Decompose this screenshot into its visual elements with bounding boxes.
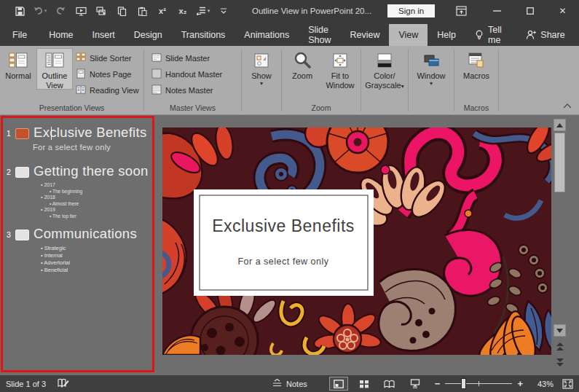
subscript-icon[interactable]: x₂	[173, 3, 192, 19]
undo-icon[interactable]: ▾	[31, 3, 50, 19]
outline-bullet[interactable]: The beginning	[50, 189, 152, 195]
title-bar: ▾ x² x₂ ▾ Outline View in PowerPoint 20.…	[0, 0, 579, 22]
handout-master-button[interactable]: Handout Master	[149, 66, 225, 82]
normal-view-label: Normal	[5, 71, 31, 81]
outline-bullet[interactable]: 2019	[41, 207, 152, 213]
group-macros: Macros Macros	[454, 46, 498, 114]
tab-help[interactable]: Help	[428, 24, 465, 46]
notes-master-icon	[151, 85, 162, 96]
slide-icon[interactable]	[15, 167, 29, 178]
slide-title-box[interactable]: Exclusive Benefits For a select few only	[194, 189, 374, 296]
spell-check-icon[interactable]	[58, 378, 69, 390]
outline-bullet[interactable]: Almost there	[50, 201, 152, 208]
tab-insert[interactable]: Insert	[83, 24, 125, 46]
zoom-in-icon[interactable]: +	[517, 378, 523, 389]
window-dropdown-icon: ▾	[430, 81, 433, 87]
zoom-slider-center-tick	[478, 381, 479, 386]
start-from-beginning-icon[interactable]	[71, 3, 90, 19]
slide-title-text[interactable]: Exclusive Benefits	[212, 216, 355, 235]
scroll-up-icon[interactable]	[554, 119, 566, 131]
slide-subtitle-text[interactable]: For a select few only	[237, 256, 328, 267]
indent-list-icon[interactable]: ▾	[194, 3, 213, 19]
fit-slide-to-window-icon[interactable]	[562, 379, 573, 389]
scroll-down-icon[interactable]	[554, 324, 566, 337]
tab-animations[interactable]: Animations	[235, 24, 299, 46]
tell-me-label: Tell me	[488, 25, 502, 45]
redo-icon[interactable]	[51, 3, 70, 19]
slide-sorter-button[interactable]: Slide Sorter	[73, 50, 142, 66]
zoom-slider-thumb[interactable]	[461, 378, 466, 389]
show-button[interactable]: Show ▾	[243, 48, 280, 87]
fit-to-window-button[interactable]: Fit to Window	[322, 48, 358, 90]
tab-file[interactable]: File	[0, 24, 39, 46]
tab-design[interactable]: Design	[125, 24, 172, 46]
slide-icon-selected[interactable]	[15, 128, 29, 139]
show-label: Show	[251, 71, 272, 81]
tab-share[interactable]: Share	[516, 24, 574, 46]
zoom-label: Zoom	[292, 71, 312, 81]
outline-pane[interactable]: 1 Exclusive Benefits For a select few on…	[1, 116, 154, 372]
slide-show-shortcut-icon[interactable]	[406, 377, 425, 391]
paste-icon[interactable]	[133, 3, 151, 19]
slide-show-cursor-icon[interactable]	[92, 3, 111, 19]
window-controls: ✕	[445, 0, 579, 22]
group-divider	[498, 49, 499, 111]
ribbon-display-options-icon[interactable]	[445, 0, 478, 22]
window-button[interactable]: Window ▾	[410, 48, 452, 87]
reading-view-button[interactable]: Reading View	[73, 82, 142, 98]
maximize-button[interactable]	[513, 0, 546, 22]
undo-dropdown-icon[interactable]: ▾	[44, 8, 47, 14]
color-grayscale-button[interactable]: Color/ Grayscale▾	[363, 48, 406, 90]
save-icon[interactable]	[10, 3, 29, 19]
notes-toggle[interactable]: Notes	[272, 379, 307, 389]
outline-bullet[interactable]: The top tier	[50, 213, 152, 220]
indent-dropdown-icon[interactable]: ▾	[208, 8, 210, 14]
tab-home[interactable]: Home	[39, 24, 82, 46]
close-button[interactable]: ✕	[546, 0, 579, 22]
notes-page-button[interactable]: Notes Page	[73, 66, 142, 82]
next-slide-icon[interactable]	[554, 356, 566, 369]
tab-tell-me[interactable]: Tell me	[465, 24, 511, 46]
tab-view[interactable]: View	[389, 24, 428, 46]
outline-bullet[interactable]: 2017	[41, 182, 152, 189]
macros-button[interactable]: Macros	[458, 48, 495, 81]
outline-subtitle[interactable]: For a select few only	[33, 143, 152, 152]
outline-view-button[interactable]: Outline View	[36, 48, 73, 90]
outline-bullet[interactable]: Strategic	[41, 245, 152, 252]
tab-slide-show[interactable]: Slide Show	[299, 24, 340, 46]
outline-bullet[interactable]: Internal	[41, 252, 152, 259]
outline-slide-1: 1 Exclusive Benefits For a select few on…	[7, 125, 152, 152]
slide-indicator: Slide 1 of 3	[6, 380, 46, 388]
tab-review[interactable]: Review	[340, 24, 389, 46]
sign-in-button[interactable]: Sign in	[387, 4, 435, 17]
outline-title[interactable]: Communications	[34, 226, 137, 242]
zoom-out-icon[interactable]: −	[435, 378, 441, 389]
normal-view-button[interactable]: Normal	[0, 48, 36, 81]
outline-bullet[interactable]: Advertorial	[41, 259, 152, 267]
zoom-slider[interactable]	[445, 378, 512, 389]
copy-icon[interactable]	[112, 3, 131, 19]
normal-view-shortcut-icon[interactable]	[329, 377, 348, 391]
slide-master-button[interactable]: Slide Master	[149, 50, 225, 66]
slide-sorter-label: Slide Sorter	[90, 54, 131, 63]
collapse-ribbon-icon[interactable]	[563, 98, 572, 111]
reading-view-shortcut-icon[interactable]	[380, 377, 399, 391]
zoom-button[interactable]: Zoom	[284, 48, 320, 81]
minimize-button[interactable]	[481, 0, 513, 22]
slide-canvas[interactable]: Exclusive Benefits For a select few only	[162, 128, 551, 355]
superscript-icon[interactable]: x²	[153, 3, 172, 19]
outline-bullet[interactable]: Beneficial	[41, 267, 152, 274]
notes-master-button[interactable]: Notes Master	[149, 82, 225, 98]
slide-sorter-shortcut-icon[interactable]	[355, 377, 374, 391]
slide-icon[interactable]	[15, 230, 29, 240]
previous-slide-icon[interactable]	[554, 340, 566, 353]
outline-title[interactable]: Getting there soon	[34, 163, 149, 179]
tab-transitions[interactable]: Transitions	[172, 24, 235, 46]
share-label: Share	[540, 30, 564, 40]
notes-page-icon	[76, 68, 86, 80]
zoom-percentage[interactable]: 43%	[532, 380, 554, 388]
scrollbar-thumb[interactable]	[554, 133, 565, 192]
window-icon	[422, 50, 440, 71]
outline-bullet[interactable]: 2018	[41, 195, 152, 201]
more-commands-icon[interactable]	[214, 3, 233, 19]
